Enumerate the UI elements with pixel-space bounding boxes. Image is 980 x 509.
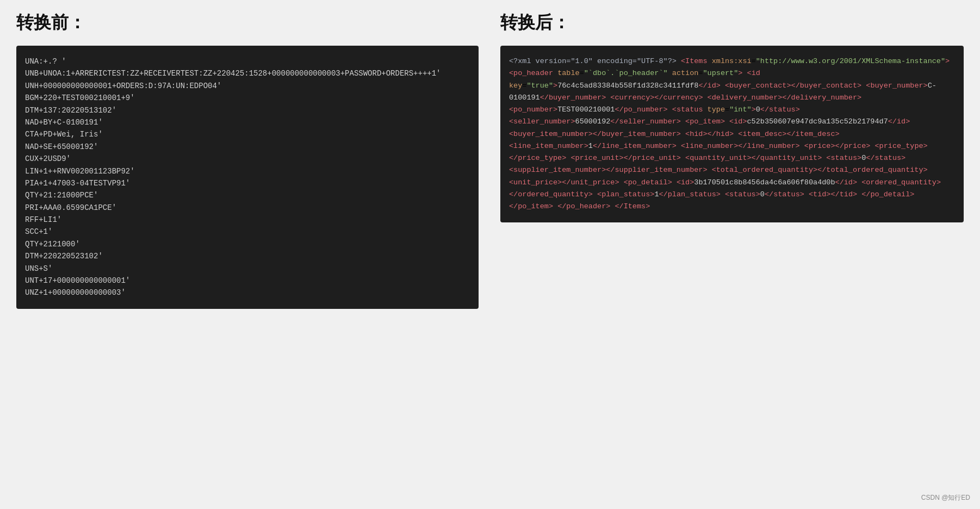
right-xml-block: <?xml version="1.0" encoding="UTF-8"?> <…	[500, 46, 964, 222]
right-panel: 转换后： <?xml version="1.0" encoding="UTF-8…	[500, 11, 964, 498]
watermark: CSDN @知行ED	[921, 493, 970, 502]
left-panel: 转换前： UNA:+.? ' UNB+UNOA:1+ARRERICTEST:ZZ…	[16, 11, 479, 498]
right-title: 转换后：	[500, 11, 964, 35]
left-title: 转换前：	[16, 11, 479, 35]
left-code-block: UNA:+.? ' UNB+UNOA:1+ARRERICTEST:ZZ+RECE…	[16, 46, 479, 309]
